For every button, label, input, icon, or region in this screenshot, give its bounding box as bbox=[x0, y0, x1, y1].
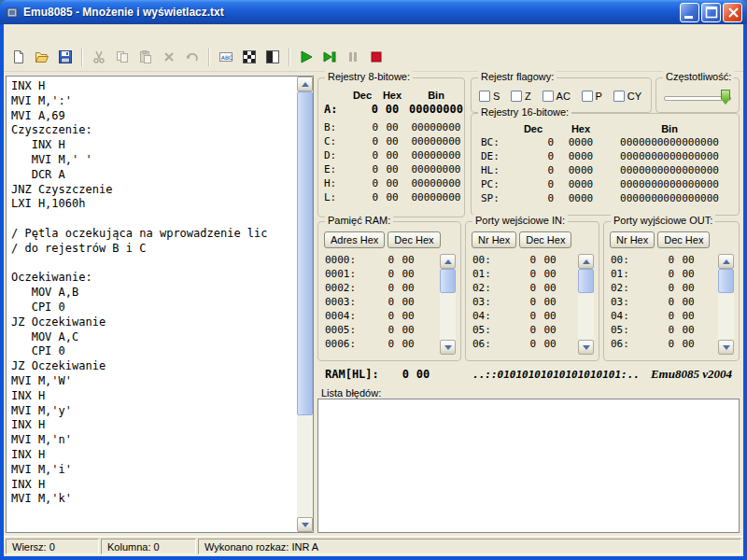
ram-hex: 00 bbox=[394, 268, 422, 280]
port-hex: 00 bbox=[674, 296, 702, 308]
checkbox-icon[interactable] bbox=[543, 91, 554, 102]
undo-button[interactable] bbox=[181, 46, 204, 68]
checkbox-icon[interactable] bbox=[613, 91, 625, 102]
editor-scrollbar[interactable] bbox=[297, 77, 313, 532]
menu-item[interactable] bbox=[6, 31, 21, 36]
error-list-box[interactable] bbox=[317, 399, 740, 533]
minimize-button[interactable] bbox=[680, 3, 699, 22]
ports-out-scrollbar[interactable] bbox=[718, 254, 734, 355]
save-file-button[interactable] bbox=[54, 46, 77, 68]
scroll-thumb[interactable] bbox=[440, 269, 456, 293]
scroll-track[interactable] bbox=[718, 269, 734, 340]
maximize-button[interactable] bbox=[701, 3, 721, 22]
scroll-thumb[interactable] bbox=[578, 269, 594, 293]
scroll-thumb[interactable] bbox=[297, 91, 313, 415]
checkerboard-display-button[interactable] bbox=[238, 46, 261, 68]
menu-item[interactable] bbox=[65, 31, 80, 36]
flag-checkbox-item[interactable]: AC bbox=[543, 91, 571, 102]
scroll-up-icon[interactable] bbox=[440, 254, 456, 269]
port-hex: 00 bbox=[536, 310, 564, 322]
cut-button[interactable] bbox=[88, 46, 110, 68]
pause-button[interactable] bbox=[342, 46, 364, 68]
col-dec: Dec bbox=[513, 123, 554, 134]
ram-address-mode-button[interactable]: Adres Hex bbox=[324, 231, 385, 248]
flag-checkbox-item[interactable]: P bbox=[582, 91, 602, 102]
scroll-down-icon[interactable] bbox=[718, 340, 734, 355]
ports-out-number-mode-button[interactable]: Nr Hex bbox=[610, 231, 655, 248]
register-hex: 00 bbox=[378, 103, 406, 116]
scroll-thumb[interactable] bbox=[718, 269, 734, 293]
port-hex: 00 bbox=[536, 282, 564, 294]
code-editor[interactable]: INX H MVI M,':' MVI A,69 Czyszczenie: IN… bbox=[6, 76, 314, 533]
titlebar[interactable]: Emu8085 - Mnożenie i wyświetlacz.txt bbox=[0, 0, 747, 24]
paste-button[interactable] bbox=[134, 46, 157, 68]
ports-out-value-mode-button[interactable]: Dec Hex bbox=[657, 231, 710, 248]
frequency-slider-thumb[interactable] bbox=[721, 90, 730, 105]
register-dec: 0 bbox=[346, 135, 378, 147]
ports-in-value-mode-button[interactable]: Dec Hex bbox=[519, 231, 571, 248]
step-button[interactable] bbox=[318, 46, 341, 68]
scroll-up-icon[interactable] bbox=[578, 254, 594, 269]
ram-scrollbar[interactable] bbox=[440, 254, 456, 355]
ports-in-title: Porty wejściowe IN: bbox=[472, 215, 568, 226]
register-dec: 0 bbox=[346, 191, 378, 203]
register-bin: 0000000000000000 bbox=[608, 164, 731, 176]
register-name: L: bbox=[324, 191, 346, 203]
toolbar-separator bbox=[208, 48, 210, 66]
delete-button[interactable] bbox=[158, 46, 180, 68]
menu-item[interactable] bbox=[50, 31, 65, 36]
scroll-down-icon[interactable] bbox=[297, 517, 313, 532]
port-dec: 0 bbox=[642, 296, 674, 308]
checkbox-icon[interactable] bbox=[479, 91, 490, 102]
flag-checkbox-item[interactable]: S bbox=[479, 91, 500, 102]
code-text[interactable]: INX H MVI M,':' MVI A,69 Czyszczenie: IN… bbox=[7, 77, 296, 531]
open-file-button[interactable] bbox=[31, 46, 53, 68]
ports-in-number-mode-button[interactable]: Nr Hex bbox=[472, 231, 516, 248]
registers-8bit-title: Rejestry 8-bitowe: bbox=[325, 71, 413, 82]
run-button[interactable] bbox=[295, 46, 317, 68]
port-hex: 00 bbox=[536, 254, 564, 266]
ascii-table-button[interactable]: ABC bbox=[215, 46, 237, 68]
close-button[interactable] bbox=[723, 3, 742, 22]
registers-8bit-panel: Rejestry 8-bitowe: Dec Hex Bin A: 0 00 0… bbox=[317, 77, 465, 217]
new-file-button[interactable] bbox=[7, 46, 30, 68]
port-number: 05: bbox=[611, 324, 642, 336]
register-dec: 0 bbox=[513, 136, 554, 148]
port-number: 03: bbox=[611, 296, 642, 308]
scroll-track[interactable] bbox=[440, 269, 456, 340]
ram-hex: 00 bbox=[394, 310, 422, 322]
scroll-track[interactable] bbox=[297, 91, 313, 517]
flag-checkbox-item[interactable]: CY bbox=[613, 91, 641, 102]
stop-button[interactable] bbox=[365, 46, 388, 68]
checkbox-icon[interactable] bbox=[511, 91, 522, 102]
ram-address: 0003: bbox=[325, 296, 368, 308]
port-hex: 00 bbox=[674, 338, 702, 350]
contrast-display-button[interactable] bbox=[261, 46, 284, 68]
ports-in-scrollbar[interactable] bbox=[578, 254, 594, 355]
port-dec: 0 bbox=[504, 324, 536, 336]
checkbox-icon[interactable] bbox=[582, 91, 593, 102]
menu-item[interactable] bbox=[21, 31, 35, 36]
port-number: 04: bbox=[611, 310, 642, 322]
port-number: 00: bbox=[472, 254, 504, 266]
scroll-up-icon[interactable] bbox=[718, 254, 734, 269]
port-number: 02: bbox=[611, 282, 642, 294]
register-bin: 00000000 bbox=[406, 103, 466, 116]
col-hex: Hex bbox=[378, 90, 406, 101]
scroll-up-icon[interactable] bbox=[297, 77, 313, 91]
menu-item[interactable] bbox=[35, 31, 50, 36]
scroll-track[interactable] bbox=[578, 269, 594, 340]
ram-address: 0000: bbox=[325, 254, 368, 266]
ram-address: 0004: bbox=[325, 310, 368, 322]
scroll-down-icon[interactable] bbox=[440, 340, 456, 355]
register-dec: 0 bbox=[346, 177, 378, 189]
banner-pattern: ..::01010101010101010101:.. bbox=[472, 369, 640, 381]
ports-out-buttons: Nr Hex Dec Hex bbox=[610, 231, 739, 248]
toolbar: ABC bbox=[4, 43, 743, 72]
register-dec: 0 bbox=[513, 192, 554, 204]
register-dec: 0 bbox=[346, 103, 378, 116]
ram-value-mode-button[interactable]: Dec Hex bbox=[388, 231, 440, 248]
scroll-down-icon[interactable] bbox=[578, 340, 594, 355]
copy-button[interactable] bbox=[111, 46, 134, 68]
flag-checkbox-item[interactable]: Z bbox=[511, 91, 531, 102]
